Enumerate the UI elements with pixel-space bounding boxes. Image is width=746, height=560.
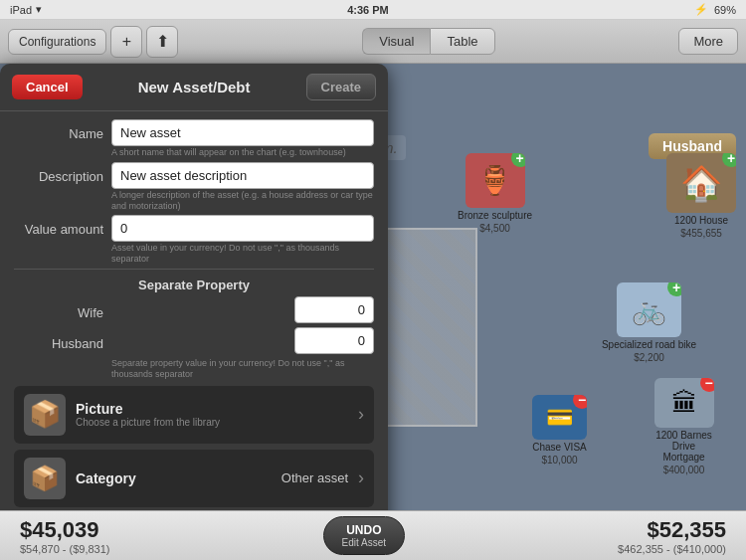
description-row: Description A longer description of the … bbox=[14, 162, 374, 212]
add-asset-icon[interactable]: + bbox=[511, 153, 525, 167]
description-hint: A longer description of the asset (e.g. … bbox=[111, 190, 374, 212]
create-button[interactable]: Create bbox=[306, 74, 376, 100]
list-item[interactable]: 🏛 − 1200 Barnes Drive Mortgage $400,000 bbox=[652, 378, 716, 475]
picture-title: Picture bbox=[76, 401, 354, 417]
toolbar: Configurations + ⬆ Visual Table More bbox=[0, 20, 746, 64]
right-amount: $52,355 bbox=[647, 517, 726, 543]
value-input-wrap: Asset value in your currency! Do not use… bbox=[111, 215, 374, 265]
name-hint: A short name that will appear on the cha… bbox=[111, 147, 374, 158]
undo-button[interactable]: UNDO Edit Asset bbox=[323, 516, 405, 555]
asset-name: 1200 House bbox=[674, 215, 728, 226]
picture-row[interactable]: 📦 Picture Choose a picture from the libr… bbox=[14, 386, 374, 444]
status-time: 4:36 PM bbox=[347, 4, 389, 16]
toolbar-left: Configurations + ⬆ bbox=[8, 26, 178, 58]
value-hint: Asset value in your currency! Do not use… bbox=[111, 243, 374, 265]
ipad-label: iPad bbox=[10, 4, 32, 16]
wifi-icon: ▾ bbox=[36, 3, 42, 16]
description-label: Description bbox=[14, 162, 103, 184]
modal-body: Name A short name that will appear on th… bbox=[0, 111, 388, 515]
status-right: ⚡ 69% bbox=[694, 3, 736, 16]
description-input-wrap: A longer description of the asset (e.g. … bbox=[111, 162, 374, 212]
list-item[interactable]: 🚲 + Specialized road bike $2,200 bbox=[602, 282, 696, 363]
husband-input[interactable] bbox=[294, 327, 374, 354]
asset-name: Specialized road bike bbox=[602, 339, 696, 350]
modal-new-asset: Cancel New Asset/Debt Create Name A shor… bbox=[0, 64, 388, 531]
separate-property-label: Separate Property bbox=[14, 269, 374, 296]
asset-name: 1200 Barnes Drive Mortgage bbox=[652, 430, 716, 463]
husband-field-label: Husband bbox=[14, 329, 103, 351]
remove-asset-icon[interactable]: − bbox=[573, 395, 587, 409]
add-button[interactable]: + bbox=[110, 26, 142, 58]
visual-tab[interactable]: Visual bbox=[362, 28, 430, 55]
category-value: Other asset bbox=[136, 470, 348, 485]
share-button[interactable]: ⬆ bbox=[146, 26, 178, 58]
picture-icon: 📦 bbox=[24, 394, 66, 436]
add-asset-icon[interactable]: + bbox=[722, 153, 736, 167]
list-item[interactable]: 🏺 + Bronze sculpture $4,500 bbox=[458, 153, 532, 234]
name-row: Name A short name that will appear on th… bbox=[14, 119, 374, 158]
category-row[interactable]: 📦 Category Other asset › bbox=[14, 450, 374, 507]
add-asset-icon[interactable]: + bbox=[667, 282, 681, 296]
wife-label: Wife bbox=[14, 298, 103, 320]
value-input[interactable] bbox=[111, 215, 374, 242]
asset-name: Chase VISA bbox=[532, 442, 586, 453]
picture-text: Picture Choose a picture from the librar… bbox=[76, 401, 354, 428]
wife-row: Wife bbox=[14, 296, 374, 323]
chevron-right-icon: › bbox=[358, 467, 364, 488]
category-title: Category bbox=[76, 470, 136, 486]
value-label: Value amount bbox=[14, 215, 103, 237]
left-amount: $45,039 bbox=[20, 517, 99, 543]
asset-value: $4,500 bbox=[479, 223, 510, 234]
name-input-wrap: A short name that will appear on the cha… bbox=[111, 119, 374, 158]
name-label: Name bbox=[14, 119, 103, 141]
list-item[interactable]: 🏠 + 1200 House $455,655 bbox=[666, 153, 736, 239]
bottom-bar: $45,039 $54,870 - ($9,831) UNDO Edit Ass… bbox=[0, 510, 746, 560]
toolbar-right: More bbox=[678, 28, 738, 55]
status-left: iPad ▾ bbox=[10, 3, 42, 16]
value-row: Value amount Asset value in your currenc… bbox=[14, 215, 374, 265]
bluetooth-icon: ⚡ bbox=[694, 3, 708, 16]
table-tab[interactable]: Table bbox=[430, 28, 494, 55]
asset-value: $10,000 bbox=[541, 455, 577, 466]
left-total: $45,039 $54,870 - ($9,831) bbox=[20, 517, 110, 555]
asset-name: Bronze sculpture bbox=[458, 210, 532, 221]
asset-value: $455,655 bbox=[680, 228, 722, 239]
name-input[interactable] bbox=[111, 119, 374, 146]
chevron-right-icon: › bbox=[358, 404, 364, 425]
left-sub: $54,870 - ($9,831) bbox=[20, 543, 110, 555]
list-item[interactable]: 💳 − Chase VISA $10,000 bbox=[532, 395, 587, 466]
husband-row: Husband bbox=[14, 327, 374, 354]
configurations-button[interactable]: Configurations bbox=[8, 29, 106, 55]
more-button[interactable]: More bbox=[678, 28, 738, 55]
battery-label: 69% bbox=[714, 4, 736, 16]
picture-subtitle: Choose a picture from the library bbox=[76, 417, 354, 428]
modal-header: Cancel New Asset/Debt Create bbox=[0, 64, 388, 111]
description-input[interactable] bbox=[111, 162, 374, 189]
undo-title: UNDO bbox=[342, 523, 386, 537]
asset-value: $400,000 bbox=[663, 465, 705, 475]
category-icon: 📦 bbox=[24, 458, 66, 499]
right-total: $52,355 $462,355 - ($410,000) bbox=[618, 517, 726, 555]
asset-value: $2,200 bbox=[634, 352, 664, 363]
cancel-button[interactable]: Cancel bbox=[12, 75, 83, 99]
separate-hint: Separate property value in your currency… bbox=[14, 358, 374, 380]
remove-asset-icon[interactable]: − bbox=[700, 378, 714, 392]
wife-input[interactable] bbox=[294, 296, 374, 323]
right-sub: $462,355 - ($410,000) bbox=[618, 543, 726, 555]
modal-title: New Asset/Debt bbox=[138, 79, 251, 95]
toolbar-center: Visual Table bbox=[184, 28, 672, 55]
undo-sub: Edit Asset bbox=[342, 537, 386, 548]
status-bar: iPad ▾ 4:36 PM ⚡ 69% bbox=[0, 0, 746, 20]
